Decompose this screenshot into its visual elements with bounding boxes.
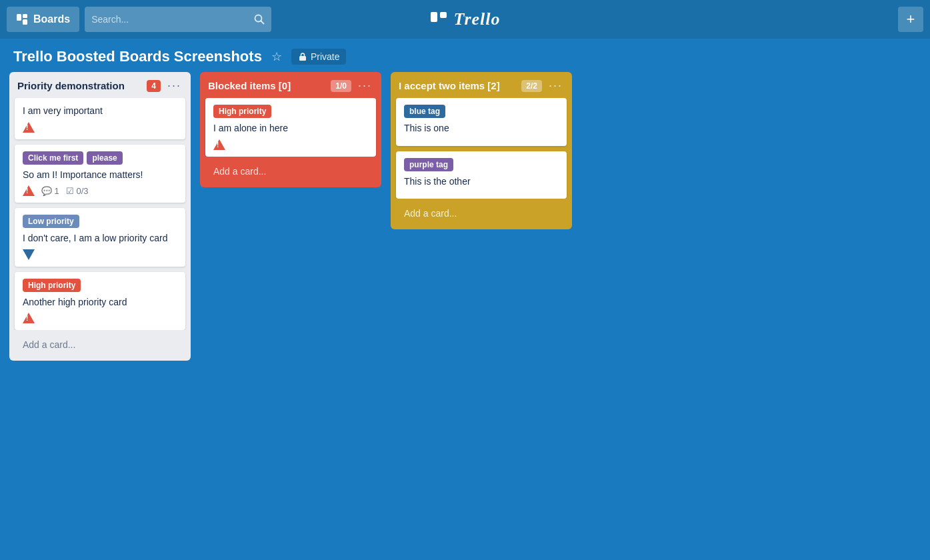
card-tag[interactable]: blue tag [404, 105, 445, 118]
star-icon[interactable]: ☆ [271, 49, 282, 64]
svg-rect-5 [430, 12, 437, 22]
card[interactable]: I am very important [15, 98, 185, 139]
list-title: Blocked items [0] [208, 80, 331, 91]
card-tag[interactable]: High priority [213, 105, 271, 118]
card-title: So am I! Importance matters! [23, 169, 177, 182]
list-header: Priority demonstration4··· [9, 72, 191, 98]
card-tag[interactable]: High priority [23, 279, 81, 292]
card[interactable]: High priorityI am alone in here [205, 98, 376, 157]
warning-icon [23, 313, 35, 323]
card[interactable]: blue tagThis is one [396, 98, 567, 146]
card-tags: Click me firstplease [23, 151, 177, 165]
add-button[interactable]: + [898, 7, 923, 32]
priority-down-icon [23, 249, 35, 260]
card-title: This is the other [404, 175, 559, 189]
card-tag[interactable]: Click me first [23, 151, 83, 165]
card-title: I am alone in here [213, 122, 368, 135]
card-icons [23, 313, 177, 323]
board-content: Priority demonstration4···I am very impo… [0, 72, 930, 361]
svg-line-4 [261, 21, 264, 24]
nav-left: Boards [7, 7, 271, 32]
card-title: I don't care, I am a low priority card [23, 232, 177, 245]
add-card-button[interactable]: Add a card... [396, 203, 567, 224]
search-icon [254, 14, 265, 25]
card-tags: Low priority [23, 215, 177, 228]
trello-brand-name: Trello [453, 9, 500, 29]
search-box [85, 7, 271, 32]
list-accept-two: I accept two items [2]2/2···blue tagThis… [391, 72, 572, 229]
list-header: I accept two items [2]2/2··· [391, 72, 572, 98]
list-count-badge: 1/0 [331, 80, 351, 92]
card-tag[interactable]: Low priority [23, 215, 79, 228]
list-menu-button[interactable]: ··· [357, 79, 373, 93]
card-icons: 💬 1☑ 0/3 [23, 185, 177, 196]
list-title: Priority demonstration [17, 80, 147, 91]
card[interactable]: Low priorityI don't care, I am a low pri… [15, 208, 185, 267]
checklist-icon: ☑ 0/3 [66, 186, 89, 196]
board-title: Trello Boosted Boards Screenshots [13, 48, 262, 65]
card-title: Another high priority card [23, 296, 177, 309]
card-title: I am very important [23, 105, 177, 118]
card-tags: purple tag [404, 158, 559, 171]
list-cards: High priorityI am alone in here [200, 98, 381, 157]
warning-icon [213, 139, 225, 150]
lock-icon [298, 52, 307, 61]
nav-right: + [898, 7, 923, 32]
board-icon [16, 13, 28, 25]
list-title: I accept two items [2] [399, 80, 521, 91]
card-title: This is one [404, 122, 559, 135]
svg-rect-6 [439, 12, 446, 18]
list-header: Blocked items [0]1/0··· [200, 72, 381, 98]
privacy-badge[interactable]: Private [291, 49, 347, 65]
board-header: Trello Boosted Boards Screenshots ☆ Priv… [0, 39, 930, 72]
svg-rect-2 [23, 19, 27, 25]
warning-icon [23, 122, 35, 133]
card-tags: High priority [23, 279, 177, 292]
list-count-badge: 2/2 [521, 80, 542, 92]
add-card-button[interactable]: Add a card... [205, 161, 376, 182]
card[interactable]: purple tagThis is the other✏ [396, 151, 567, 199]
nav-center: Trello [429, 9, 500, 29]
card[interactable]: Click me firstpleaseSo am I! Importance … [15, 145, 185, 203]
card-tag[interactable]: purple tag [404, 158, 453, 171]
comment-icon: 💬 1 [41, 186, 59, 196]
svg-rect-7 [299, 56, 306, 61]
add-card-button[interactable]: Add a card... [15, 334, 185, 355]
card-icons [213, 139, 368, 150]
list-cards: I am very importantClick me firstpleaseS… [9, 98, 191, 330]
svg-rect-1 [23, 14, 27, 18]
list-blocked-items: Blocked items [0]1/0···High priorityI am… [200, 72, 381, 187]
card-icons [23, 249, 177, 260]
list-count-badge: 4 [147, 80, 161, 92]
list-menu-button[interactable]: ··· [166, 79, 183, 93]
trello-logo-icon [429, 11, 448, 27]
list-menu-button[interactable]: ··· [547, 79, 564, 93]
top-nav: Boards Trello + [0, 0, 930, 39]
boards-button[interactable]: Boards [7, 7, 79, 32]
search-input[interactable] [91, 14, 254, 25]
list-cards: blue tagThis is onepurple tagThis is the… [391, 98, 572, 199]
card[interactable]: High priorityAnother high priority card [15, 272, 185, 331]
card-tag[interactable]: please [87, 151, 122, 165]
card-tags: blue tag [404, 105, 559, 118]
svg-rect-0 [17, 14, 21, 21]
privacy-label: Private [311, 51, 340, 62]
card-icons [23, 122, 177, 133]
warning-icon [23, 185, 35, 196]
card-tags: High priority [213, 105, 368, 118]
list-priority-demo: Priority demonstration4···I am very impo… [9, 72, 191, 361]
